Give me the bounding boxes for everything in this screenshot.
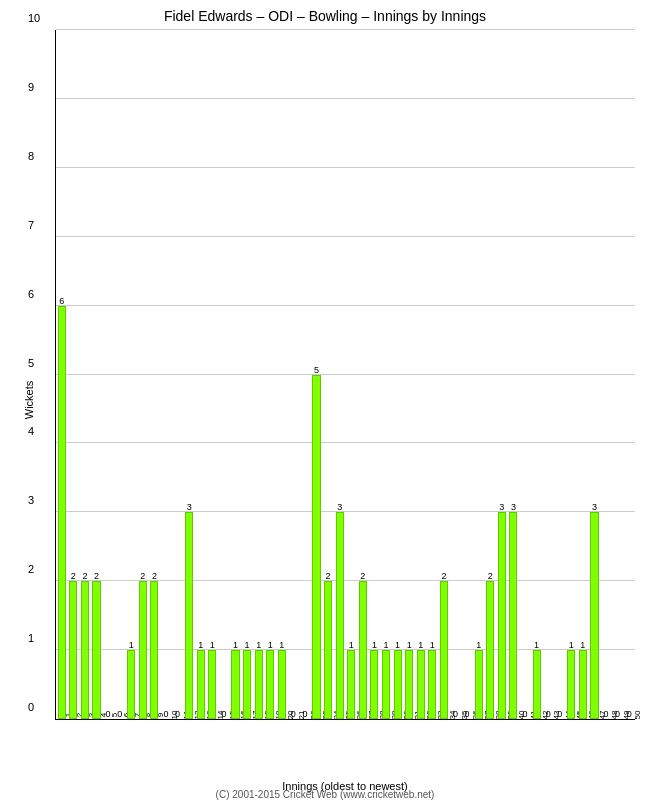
y-tick-7: 7 [28, 219, 34, 231]
y-tick-5: 5 [28, 357, 34, 369]
bar-29 [382, 650, 390, 719]
bar-42 [533, 650, 541, 719]
bar-16 [231, 650, 239, 719]
chart-title: Fidel Edwards – ODI – Bowling – Innings … [0, 0, 650, 28]
bar-38 [486, 581, 494, 719]
bar-label-25: 3 [337, 502, 342, 512]
bar-18 [255, 650, 263, 719]
gridline-4 [56, 442, 635, 443]
bar-39 [498, 512, 506, 719]
bar-label-49: 0 [615, 709, 620, 719]
y-tick-2: 2 [28, 563, 34, 575]
y-tick-6: 6 [28, 288, 34, 300]
bar-label-23: 5 [314, 365, 319, 375]
bar-12 [185, 512, 193, 719]
bar-label-8: 2 [140, 571, 145, 581]
bar-label-34: 2 [441, 571, 446, 581]
bar-label-48: 0 [604, 709, 609, 719]
bar-20 [278, 650, 286, 719]
bar-31 [405, 650, 413, 719]
bar-label-27: 2 [360, 571, 365, 581]
bar-label-14: 1 [210, 640, 215, 650]
bar-label-24: 2 [326, 571, 331, 581]
y-tick-8: 8 [28, 150, 34, 162]
bar-label-33: 1 [430, 640, 435, 650]
bar-label-19: 1 [268, 640, 273, 650]
bar-label-22: 0 [302, 709, 307, 719]
bar-37 [475, 650, 483, 719]
bar-label-45: 1 [569, 640, 574, 650]
bar-label-32: 1 [418, 640, 423, 650]
bar-7 [127, 650, 135, 719]
bar-label-2: 2 [71, 571, 76, 581]
bar-2 [69, 581, 77, 719]
bar-label-28: 1 [372, 640, 377, 650]
bar-label-16: 1 [233, 640, 238, 650]
bar-label-50: 0 [627, 709, 632, 719]
bar-46 [579, 650, 587, 719]
bar-label-3: 2 [82, 571, 87, 581]
bar-23 [312, 375, 320, 720]
bar-label-39: 3 [499, 502, 504, 512]
bar-label-29: 1 [384, 640, 389, 650]
gridline-6 [56, 305, 635, 306]
bar-8 [139, 581, 147, 719]
bar-3 [81, 581, 89, 719]
bar-17 [243, 650, 251, 719]
y-tick-9: 9 [28, 81, 34, 93]
bar-1 [58, 306, 66, 719]
bar-14 [208, 650, 216, 719]
y-tick-1: 1 [28, 632, 34, 644]
y-tick-10: 10 [28, 12, 40, 24]
bar-label-12: 3 [187, 502, 192, 512]
y-axis-label: Wickets [23, 381, 35, 420]
bar-30 [394, 650, 402, 719]
bar-label-13: 1 [198, 640, 203, 650]
bar-40 [509, 512, 517, 719]
bar-label-44: 0 [557, 709, 562, 719]
gridline-3 [56, 511, 635, 512]
bar-32 [417, 650, 425, 719]
gridline-7 [56, 236, 635, 237]
bar-19 [266, 650, 274, 719]
y-tick-4: 4 [28, 425, 34, 437]
bar-27 [359, 581, 367, 719]
bar-label-18: 1 [256, 640, 261, 650]
bar-26 [347, 650, 355, 719]
bar-label-36: 0 [465, 709, 470, 719]
bar-label-20: 1 [279, 640, 284, 650]
bar-label-21: 0 [291, 709, 296, 719]
bar-13 [197, 650, 205, 719]
bar-label-31: 1 [407, 640, 412, 650]
bar-4 [92, 581, 100, 719]
bar-label-9: 2 [152, 571, 157, 581]
bar-label-35: 0 [453, 709, 458, 719]
chart-area: 0123456789106122232405061728290100113121… [55, 30, 635, 720]
chart-container: Fidel Edwards – ODI – Bowling – Innings … [0, 0, 650, 800]
gridline-10 [56, 29, 635, 30]
y-tick-3: 3 [28, 494, 34, 506]
bar-label-30: 1 [395, 640, 400, 650]
x-tick-50: 50 [634, 711, 643, 720]
bar-label-37: 1 [476, 640, 481, 650]
bar-label-10: 0 [163, 709, 168, 719]
bar-label-38: 2 [488, 571, 493, 581]
bar-label-43: 0 [546, 709, 551, 719]
bar-label-47: 3 [592, 502, 597, 512]
bar-label-1: 6 [59, 296, 64, 306]
bar-24 [324, 581, 332, 719]
gridline-5 [56, 374, 635, 375]
gridline-9 [56, 98, 635, 99]
bar-label-26: 1 [349, 640, 354, 650]
copyright: (C) 2001-2015 Cricket Web (www.cricketwe… [0, 789, 650, 800]
bar-label-15: 0 [221, 709, 226, 719]
bar-25 [336, 512, 344, 719]
bar-label-46: 1 [580, 640, 585, 650]
bar-label-41: 0 [522, 709, 527, 719]
bar-label-11: 0 [175, 709, 180, 719]
bar-28 [370, 650, 378, 719]
bar-9 [150, 581, 158, 719]
bar-label-4: 2 [94, 571, 99, 581]
bar-47 [590, 512, 598, 719]
y-tick-0: 0 [28, 701, 34, 713]
